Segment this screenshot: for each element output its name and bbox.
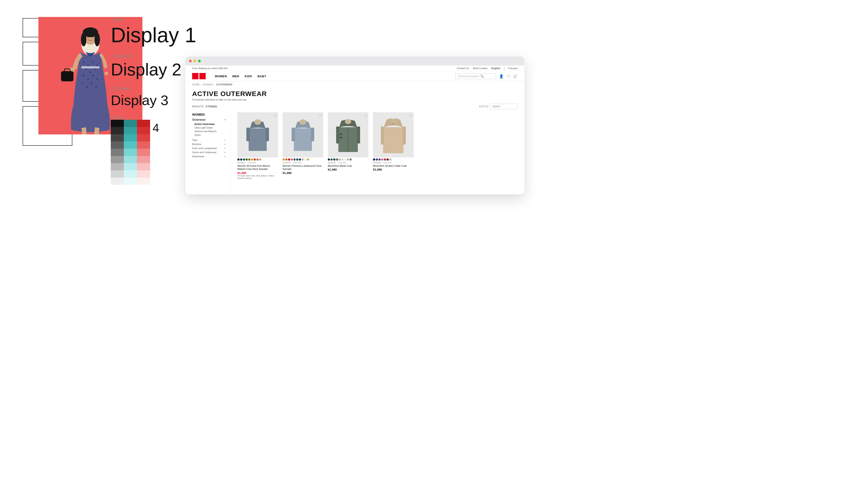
account-icon[interactable]: 👤: [499, 74, 504, 78]
swatch-cell-2-0[interactable]: [137, 120, 150, 127]
color-dot-2-0[interactable]: [283, 158, 285, 161]
swatch-cell-0-3[interactable]: [111, 141, 124, 149]
swatch-cell-1-3[interactable]: [124, 141, 137, 149]
sidebar-activewear-plus[interactable]: +: [224, 155, 226, 158]
color-dot-1-4[interactable]: [248, 158, 250, 161]
lang-en[interactable]: English: [491, 67, 500, 70]
swatch-cell-2-2[interactable]: [137, 134, 150, 141]
product-image-4[interactable]: ♡: [373, 112, 414, 158]
color-dot-1-5[interactable]: [251, 158, 253, 161]
sidebar-bottoms[interactable]: Bottoms +: [192, 142, 226, 146]
swatch-cell-0-2[interactable]: [111, 134, 124, 141]
sidebar-inner-plus[interactable]: +: [224, 147, 226, 150]
nav-women[interactable]: WOMEN: [215, 74, 227, 78]
swatch-cell-1-5[interactable]: [124, 156, 137, 163]
contact-link[interactable]: Contact Us: [457, 67, 469, 70]
sidebar-sub-down[interactable]: Down: [192, 133, 226, 137]
swatch-cell-1-8[interactable]: [124, 177, 137, 185]
nav-men[interactable]: MEN: [232, 74, 239, 78]
color-dot-1-1[interactable]: [240, 158, 242, 161]
swatch-cell-1-7[interactable]: [124, 170, 137, 177]
sidebar-sub-active-outerwear[interactable]: Active Outerwear: [192, 122, 226, 126]
swatch-cell-1-1[interactable]: [124, 127, 137, 134]
sidebar-activewear[interactable]: Activewear +: [192, 154, 226, 158]
browser-close-dot[interactable]: [189, 60, 192, 62]
sidebar-socks[interactable]: Socks and Underwear +: [192, 150, 226, 154]
swatch-cell-1-2[interactable]: [124, 134, 137, 141]
color-dot-2-8[interactable]: [304, 158, 307, 161]
swatch-cell-2-8[interactable]: [137, 177, 150, 185]
sidebar-socks-plus[interactable]: +: [224, 151, 226, 154]
color-dot-2-7[interactable]: [302, 158, 304, 161]
sidebar-outerwear[interactable]: Outerwear −: [192, 118, 226, 121]
color-dot-1-6[interactable]: [254, 158, 256, 161]
swatch-cell-1-4[interactable]: [124, 149, 137, 156]
swatch-cell-0-4[interactable]: [111, 149, 124, 156]
wishlist-icon-3[interactable]: ♡: [364, 113, 367, 118]
color-dot-4-2[interactable]: [378, 158, 381, 161]
product-image-2[interactable]: ♡: [283, 112, 323, 158]
wishlist-icon-4[interactable]: ♡: [409, 113, 412, 118]
color-dot-1-0[interactable]: [237, 158, 240, 161]
sidebar-tops[interactable]: Tops +: [192, 138, 226, 142]
color-dot-3-3[interactable]: [336, 158, 338, 161]
color-dot-2-3[interactable]: [291, 158, 293, 161]
store-locator-link[interactable]: Store Locator: [473, 67, 488, 70]
color-dot-2-2[interactable]: [288, 158, 290, 161]
color-dot-3-1[interactable]: [331, 158, 333, 161]
swatch-cell-2-5[interactable]: [137, 156, 150, 163]
color-dot-2-5[interactable]: [296, 158, 298, 161]
color-dot-1-3[interactable]: [246, 158, 248, 161]
nav-kids[interactable]: KIDS: [245, 74, 252, 78]
swatch-cell-2-6[interactable]: [137, 163, 150, 170]
color-dot-4-0[interactable]: [373, 158, 375, 161]
color-dot-1-7[interactable]: [256, 158, 258, 161]
color-dot-2-6[interactable]: [299, 158, 301, 161]
color-dot-4-6[interactable]: [389, 158, 392, 161]
sidebar-sub-ultralight[interactable]: Ultra-Light Down: [192, 126, 226, 129]
swatch-cell-0-8[interactable]: [111, 177, 124, 185]
sidebar-tops-plus[interactable]: +: [224, 139, 226, 141]
swatch-cell-0-7[interactable]: [111, 170, 124, 177]
wishlist-icon-2[interactable]: ♡: [319, 113, 322, 118]
product-name-1[interactable]: Women 3D Extra Fine Merino Ribbed Crew N…: [237, 164, 278, 171]
browser-minimize-dot[interactable]: [193, 60, 196, 62]
browser-maximize-dot[interactable]: [198, 60, 201, 62]
color-dot-4-1[interactable]: [376, 158, 378, 161]
color-dot-3-5[interactable]: [341, 158, 344, 161]
color-dot-3-0[interactable]: [328, 158, 330, 161]
search-box[interactable]: Search by keyword 🔍: [455, 73, 496, 79]
swatch-cell-2-7[interactable]: [137, 170, 150, 177]
search-icon[interactable]: 🔍: [480, 74, 484, 78]
color-dot-2-9[interactable]: [307, 158, 309, 161]
color-dot-3-7[interactable]: [347, 158, 349, 161]
product-name-3[interactable]: BlockTech Mods Coat: [328, 164, 368, 167]
wishlist-icon-1[interactable]: ♡: [274, 113, 277, 118]
breadcrumb-women[interactable]: WOMEN: [203, 83, 213, 86]
color-dot-2-1[interactable]: [285, 158, 287, 161]
swatch-cell-0-1[interactable]: [111, 127, 124, 134]
color-dot-4-4[interactable]: [384, 158, 386, 161]
sidebar-outerwear-collapse[interactable]: −: [224, 118, 226, 121]
swatch-cell-0-0[interactable]: [111, 120, 124, 127]
nav-baby[interactable]: BABY: [257, 74, 266, 78]
product-image-1[interactable]: ♡: [237, 112, 278, 158]
swatch-cell-0-5[interactable]: [111, 156, 124, 163]
color-dot-4-3[interactable]: [381, 158, 383, 161]
sidebar-inner-loungewear[interactable]: Inner and Loungewear +: [192, 146, 226, 150]
wishlist-icon[interactable]: ♡: [507, 74, 510, 78]
sidebar-bottoms-plus[interactable]: +: [224, 143, 226, 145]
swatch-cell-1-0[interactable]: [124, 120, 137, 127]
color-dot-3-8[interactable]: [349, 158, 352, 161]
color-dot-4-5[interactable]: [386, 158, 389, 161]
product-image-3[interactable]: ♡: [328, 112, 368, 158]
swatch-cell-2-4[interactable]: [137, 149, 150, 156]
swatch-cell-1-6[interactable]: [124, 163, 137, 170]
color-dot-3-2[interactable]: [333, 158, 336, 161]
sort-select[interactable]: Select: [491, 104, 518, 109]
lang-fr[interactable]: Français: [508, 67, 518, 70]
cart-icon[interactable]: 🛒: [513, 74, 518, 78]
sidebar-sub-jackets[interactable]: Jackets and Blazers: [192, 129, 226, 133]
color-dot-3-6[interactable]: [344, 158, 346, 161]
swatch-cell-2-1[interactable]: [137, 127, 150, 134]
